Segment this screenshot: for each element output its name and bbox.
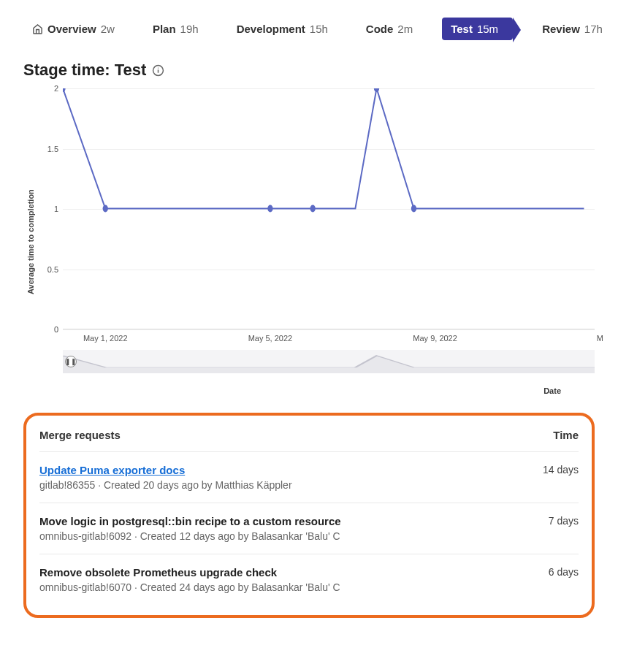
tab-label: Test [451,23,473,35]
chart-plot: 00.511.52 May 1, 2022May 5, 2022May 9, 2… [35,88,595,395]
tab-label: Review [542,23,580,35]
tab-time: 15h [310,23,328,35]
merge-request-meta: gitlab!86355 · Created 20 days ago by Ma… [39,479,525,491]
page-title-text: Stage time: Test [23,61,146,80]
xtick-label: May 1, 2022 [83,334,128,343]
tab-time: 17h [584,23,603,35]
chart-ylabel: Average time to completion [23,88,35,395]
tab-time: 2m [397,23,413,35]
svg-point-6 [310,205,316,213]
ytick-label: 0 [38,325,58,334]
svg-point-3 [63,88,66,92]
tab-test[interactable]: Test15m [442,18,513,40]
home-icon [32,23,43,34]
merge-request-info: Update Puma exporter docsgitlab!86355 · … [39,464,525,491]
chart-xticks: May 1, 2022May 5, 2022May 9, 2022M [63,334,595,350]
ytick-label: 0.5 [38,265,58,274]
xtick-label: May 5, 2022 [248,334,293,343]
merge-request-title[interactable]: Remove obsolete Prometheus upgrade check [39,566,531,579]
svg-point-8 [411,205,416,213]
ytick-label: 2 [38,84,58,93]
tab-label: Overview [47,23,96,35]
tab-label: Development [237,23,305,35]
merge-request-info: Move logic in postgresql::bin recipe to … [39,515,531,542]
merge-request-info: Remove obsolete Prometheus upgrade check… [39,566,531,593]
merge-request-time: 6 days [549,566,579,593]
chart-plot-area[interactable]: 00.511.52 [63,88,595,329]
svg-point-5 [267,205,272,213]
mr-header-left: Merge requests [39,429,121,441]
tab-overview[interactable]: Overview2w [23,18,123,40]
merge-requests-panel: Merge requests Time Update Puma exporter… [23,413,595,618]
merge-request-title[interactable]: Update Puma exporter docs [39,464,525,476]
mr-header-right: Time [553,429,579,441]
stage-time-chart: Average time to completion 00.511.52 May… [23,88,595,395]
ytick-label: 1.5 [38,145,58,153]
merge-request-row: Update Puma exporter docsgitlab!86355 · … [39,451,579,503]
xtick-label: May 9, 2022 [413,334,457,343]
ytick-label: 1 [38,205,58,213]
merge-request-meta: omnibus-gitlab!6070 · Created 24 days ag… [39,581,531,593]
scrubber-handle-icon[interactable]: ❚❚ [65,356,77,367]
tab-development[interactable]: Development15h [228,18,337,40]
tab-time: 19h [180,23,199,35]
merge-request-meta: omnibus-gitlab!6092 · Created 12 days ag… [39,530,531,542]
stage-tabs: Overview2wPlan19hDevelopment15hCode2mTes… [23,18,595,40]
info-icon[interactable] [152,64,164,77]
tab-label: Plan [153,23,176,35]
chart-line [63,88,595,329]
tab-plan[interactable]: Plan19h [144,18,207,40]
gridline [63,329,595,330]
tab-time: 15m [477,23,498,35]
svg-point-2 [158,67,159,68]
merge-request-row: Move logic in postgresql::bin recipe to … [39,503,579,554]
merge-requests-list: Update Puma exporter docsgitlab!86355 · … [39,451,579,605]
tab-code[interactable]: Code2m [357,18,421,40]
merge-request-time: 14 days [543,464,579,491]
chart-xlabel: Date [35,386,595,395]
tab-review[interactable]: Review17h [533,18,611,40]
xtick-label: M [597,334,603,343]
chart-scrubber[interactable]: ❚❚ [63,350,595,373]
tab-label: Code [366,23,394,35]
tab-time: 2w [101,23,115,35]
merge-request-time: 7 days [549,515,579,542]
svg-point-4 [103,205,108,213]
svg-point-7 [374,88,379,92]
merge-request-title[interactable]: Move logic in postgresql::bin recipe to … [39,515,531,527]
merge-requests-header: Merge requests Time [39,420,579,451]
page-title: Stage time: Test [23,61,595,80]
merge-request-row: Remove obsolete Prometheus upgrade check… [39,554,579,605]
